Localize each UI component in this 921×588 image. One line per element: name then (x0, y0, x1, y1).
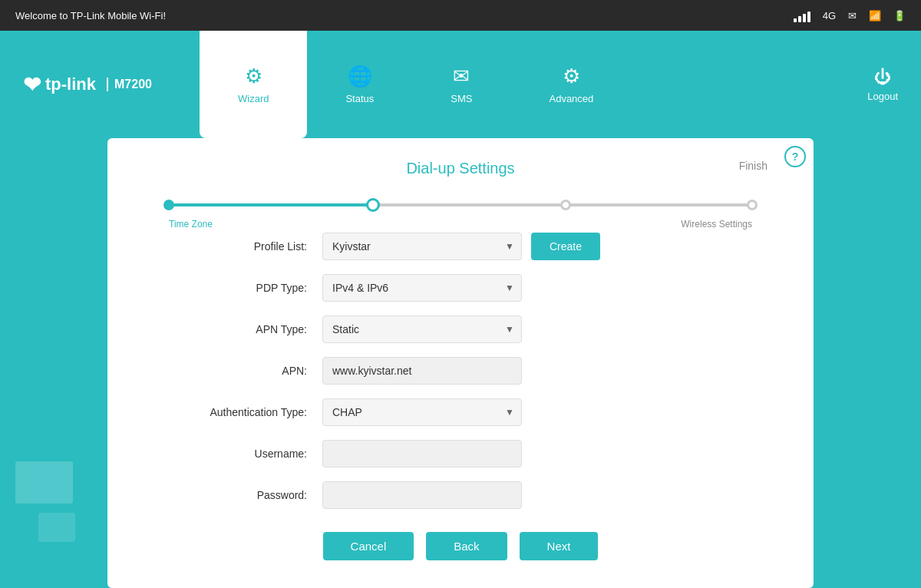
next-button[interactable]: Next (520, 532, 599, 560)
nav-tabs: ⚙ Wizard 🌐 Status ✉ SMS ⚙ Advanced (200, 31, 844, 138)
tab-advanced-label: Advanced (549, 93, 593, 104)
username-control (322, 440, 522, 467)
logout-button[interactable]: ⏻ Logout (844, 31, 921, 138)
cancel-button[interactable]: Cancel (323, 532, 414, 560)
step-label-1: Time Zone (169, 219, 213, 230)
pdp-type-row: PDP Type: IPv4 & IPv6 IPv4 IPv6 ▼ (154, 274, 768, 302)
advanced-icon: ⚙ (563, 64, 580, 88)
profile-list-select[interactable]: Kyivstar Custom (322, 233, 522, 260)
header: ❤ tp-link M7200 ⚙ Wizard 🌐 Status ✉ SMS … (0, 31, 921, 138)
password-label: Password: (154, 489, 322, 501)
progress-section: Time Zone Wireless Settings (138, 185, 783, 233)
step-label-3: Wireless Settings (681, 219, 752, 230)
model-label: M7200 (107, 78, 152, 91)
sms-icon: ✉ (453, 64, 470, 88)
mail-icon: ✉ (848, 10, 857, 21)
pdp-type-select[interactable]: IPv4 & IPv6 IPv4 IPv6 (322, 274, 522, 302)
status-bar-title: Welcome to TP-Link Mobile Wi-Fi! (15, 10, 166, 21)
username-input[interactable] (322, 440, 522, 467)
apn-control (322, 357, 522, 385)
progress-fill (169, 203, 379, 206)
username-label: Username: (154, 448, 322, 460)
wifi-icon: 📶 (869, 10, 881, 21)
button-row: Cancel Back Next (138, 532, 783, 560)
step-dot-2 (366, 198, 380, 212)
apn-row: APN: (154, 357, 768, 385)
apn-type-select[interactable]: Static Dynamic (322, 315, 522, 343)
password-input[interactable] (322, 481, 522, 509)
main-card: ? Dial-up Settings Finish Time Zone Wire… (107, 138, 814, 588)
help-button[interactable]: ? (784, 146, 806, 167)
finish-label: Finish (739, 160, 768, 172)
pdp-type-control: IPv4 & IPv6 IPv4 IPv6 ▼ (322, 274, 522, 302)
logo: ❤ tp-link M7200 (23, 72, 152, 97)
step-dot-4 (747, 200, 758, 210)
status-icons: 4G ✉ 📶 🔋 (794, 8, 906, 22)
step-dot-3 (560, 200, 571, 210)
status-icon: 🌐 (348, 64, 372, 88)
tab-sms-label: SMS (451, 93, 472, 104)
status-bar: Welcome to TP-Link Mobile Wi-Fi! 4G ✉ 📶 … (0, 0, 921, 31)
create-button[interactable]: Create (531, 233, 600, 260)
apn-input[interactable] (322, 357, 522, 385)
deco-shape-2 (38, 513, 75, 542)
tab-wizard-label: Wizard (238, 93, 269, 104)
tab-status[interactable]: 🌐 Status (307, 31, 412, 138)
back-button[interactable]: Back (426, 532, 507, 560)
profile-list-control: Kyivstar Custom ▼ (322, 233, 522, 260)
logout-label: Logout (867, 91, 898, 102)
help-icon-label: ? (792, 150, 799, 163)
profile-list-row: Profile List: Kyivstar Custom ▼ Create (154, 233, 768, 260)
auth-type-select-wrapper: CHAP PAP None ▼ (322, 398, 522, 426)
apn-type-select-wrapper: Static Dynamic ▼ (322, 315, 522, 343)
signal-icon (794, 8, 810, 22)
battery-icon: 🔋 (893, 10, 906, 21)
card-title: Dial-up Settings (406, 160, 514, 177)
profile-select-wrapper: Kyivstar Custom ▼ (322, 233, 522, 260)
password-control (322, 481, 522, 509)
apn-type-label: APN Type: (154, 323, 322, 335)
pdp-select-wrapper: IPv4 & IPv6 IPv4 IPv6 ▼ (322, 274, 522, 302)
card-header: Dial-up Settings Finish (138, 160, 783, 177)
progress-labels: Time Zone Wireless Settings (169, 219, 752, 230)
pdp-type-label: PDP Type: (154, 282, 322, 294)
logo-area: ❤ tp-link M7200 (0, 31, 200, 138)
tab-status-label: Status (345, 93, 374, 104)
step-dot-1 (163, 200, 174, 210)
apn-type-row: APN Type: Static Dynamic ▼ (154, 315, 768, 343)
password-row: Password: (154, 481, 768, 509)
auth-type-label: Authentication Type: (154, 406, 322, 418)
tab-advanced[interactable]: ⚙ Advanced (510, 31, 632, 138)
progress-track-container (169, 197, 752, 213)
form-section: Profile List: Kyivstar Custom ▼ Create P… (138, 233, 783, 509)
apn-type-control: Static Dynamic ▼ (322, 315, 522, 343)
tplink-logo-icon: ❤ (23, 72, 41, 97)
wizard-icon: ⚙ (245, 64, 262, 88)
logout-icon: ⏻ (874, 68, 891, 88)
tab-sms[interactable]: ✉ SMS (412, 31, 510, 138)
apn-label: APN: (154, 365, 322, 377)
profile-list-label: Profile List: (154, 240, 322, 253)
username-row: Username: (154, 440, 768, 467)
auth-type-control: CHAP PAP None ▼ (322, 398, 522, 426)
tab-wizard[interactable]: ⚙ Wizard (200, 31, 307, 138)
network-type: 4G (823, 10, 836, 21)
auth-type-row: Authentication Type: CHAP PAP None ▼ (154, 398, 768, 426)
deco-shape-1 (15, 461, 73, 504)
logo-label: tp-link (45, 74, 96, 94)
auth-type-select[interactable]: CHAP PAP None (322, 398, 522, 426)
